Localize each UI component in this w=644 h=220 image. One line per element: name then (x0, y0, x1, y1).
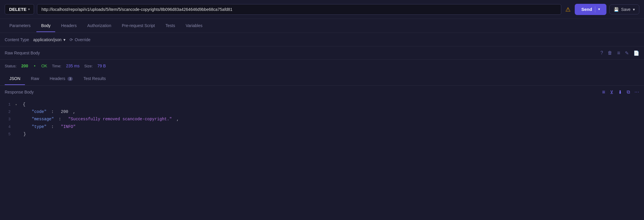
open-brace: { (23, 101, 25, 108)
refresh-icon: ⟳ (70, 37, 73, 42)
response-body-header: Response Body ≡ ⊻ ⬇ ⧉ ··· (0, 86, 644, 99)
json-val-type: "INFO" (61, 123, 75, 131)
json-key-message: "message" (32, 116, 54, 123)
rtab-headers-label: Headers (50, 76, 65, 81)
raw-header-icons: ? 🗑 ≡ ✎ 📄 (601, 50, 639, 56)
tab-headers[interactable]: Headers (56, 20, 81, 32)
json-line-3: 3 "message" : "Successfully removed scan… (5, 116, 639, 123)
wrap-response-icon[interactable]: ≡ (602, 89, 605, 95)
warning-icon: ⚠ (565, 6, 571, 13)
send-button[interactable]: Send ▾ (575, 4, 606, 15)
tab-body[interactable]: Body (36, 20, 55, 32)
time-value: 235 ms (66, 64, 80, 68)
size-value: 79 B (97, 64, 106, 68)
response-body-icons: ≡ ⊻ ⬇ ⧉ ··· (602, 89, 639, 95)
tab-tests[interactable]: Tests (161, 20, 180, 32)
send-label: Send (581, 7, 592, 12)
json-line-2: 2 "code" : 200 , (5, 108, 639, 116)
content-type-select[interactable]: application/json ▾ (33, 37, 65, 42)
json-key-code: "code" (32, 108, 46, 116)
help-icon[interactable]: ? (601, 50, 603, 56)
save-label: Save (621, 7, 630, 12)
url-input[interactable] (37, 4, 561, 15)
time-label: Time: (52, 64, 61, 68)
response-tabs-bar: JSON Raw Headers 3 Test Results (0, 72, 644, 86)
copy-icon[interactable]: ⧉ (627, 89, 630, 95)
line-num-5: 5 (5, 131, 11, 138)
download-icon[interactable]: ⬇ (618, 89, 622, 95)
rtab-test-results[interactable]: Test Results (79, 73, 110, 85)
tab-pre-request-script[interactable]: Pre-request Script (117, 20, 160, 32)
response-body-title: Response Body (5, 90, 34, 94)
content-type-value: application/json (33, 37, 62, 42)
more-icon[interactable]: ··· (635, 89, 639, 95)
json-comma-2: , (73, 108, 75, 116)
content-type-row: Content Type application/json ▾ ⟳ Overri… (0, 33, 644, 46)
status-bar: Status: 200 • OK Time: 235 ms Size: 79 B (0, 60, 644, 72)
top-bar: DELETE ▾ ⚠ Send ▾ 💾 Save ▾ (0, 0, 644, 19)
json-comma-3: , (176, 116, 179, 123)
method-label: DELETE (9, 7, 26, 12)
pencil-icon[interactable]: ✎ (625, 50, 629, 56)
filter-icon[interactable]: ⊻ (610, 89, 613, 95)
json-line-1: 1 ▾ { (5, 101, 639, 108)
json-line-4: 4 "type" : "INFO" (5, 123, 639, 131)
json-colon-4: : (51, 123, 56, 131)
tab-variables[interactable]: Variables (181, 20, 207, 32)
tab-authorization[interactable]: Authorization (82, 20, 116, 32)
save-button[interactable]: 💾 Save ▾ (609, 4, 639, 14)
line-num-3: 3 (5, 116, 11, 123)
rtab-raw[interactable]: Raw (26, 73, 44, 85)
rtab-headers[interactable]: Headers 3 (45, 73, 77, 85)
rtab-json[interactable]: JSON (5, 73, 25, 85)
close-brace: } (23, 131, 26, 138)
line-num-1: 1 (5, 101, 11, 108)
status-code: 200 (21, 64, 28, 68)
json-val-code: 200 (61, 108, 68, 116)
raw-request-body-title: Raw Request Body (5, 51, 40, 55)
json-colon-2: : (51, 108, 56, 116)
json-viewer: 1 ▾ { 2 "code" : 200 , 3 "message" : "Su… (0, 99, 644, 140)
content-type-chevron-icon: ▾ (63, 37, 65, 42)
raw-request-body-header: Raw Request Body ? 🗑 ≡ ✎ 📄 (0, 46, 644, 59)
size-label: Size: (84, 64, 93, 68)
json-line-5: 5 } (5, 131, 639, 138)
content-type-label: Content Type (5, 37, 29, 42)
method-chevron-icon: ▾ (28, 8, 30, 11)
status-dot: • (34, 64, 36, 68)
method-dropdown[interactable]: DELETE ▾ (5, 4, 34, 14)
override-button[interactable]: ⟳ Override (70, 37, 91, 42)
json-key-type: "type" (32, 123, 46, 131)
override-label: Override (75, 37, 91, 42)
send-chevron-icon: ▾ (598, 7, 600, 11)
status-ok: OK (41, 64, 47, 68)
json-val-message: "Successfully removed scancode-copyright… (68, 116, 172, 123)
export-icon[interactable]: 📄 (633, 50, 639, 56)
status-label: Status: (5, 64, 16, 68)
line-num-2: 2 (5, 109, 11, 115)
trash-icon[interactable]: 🗑 (608, 50, 612, 56)
save-disk-icon: 💾 (614, 7, 619, 12)
line-num-4: 4 (5, 124, 11, 130)
headers-count-badge: 3 (68, 77, 73, 81)
collapse-arrow-1[interactable]: ▾ (15, 102, 17, 108)
save-chevron-icon: ▾ (633, 7, 635, 12)
send-divider (595, 6, 595, 12)
wrap-icon[interactable]: ≡ (617, 50, 620, 56)
tab-parameters[interactable]: Parameters (5, 20, 35, 32)
json-colon-3: : (59, 116, 64, 123)
request-tabs-bar: Parameters Body Headers Authorization Pr… (0, 19, 644, 33)
